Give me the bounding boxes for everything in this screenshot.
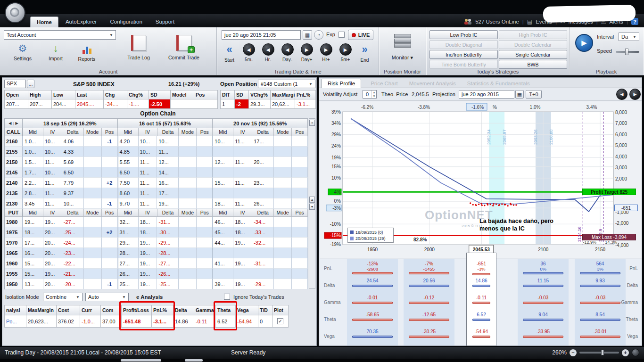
chain-cell[interactable]: 11... [43, 188, 62, 198]
chain-cell[interactable]: -22... [62, 258, 84, 269]
chain-cell[interactable]: 18... [139, 227, 157, 238]
chain-cell[interactable] [292, 269, 308, 279]
chain-cell[interactable]: -1 [102, 279, 118, 289]
chain-cell[interactable]: 2145 [5, 167, 23, 178]
chain-cell[interactable]: -34... [252, 217, 274, 227]
chain-cell[interactable]: 18... [233, 227, 252, 238]
play-button[interactable]: ▶ [575, 34, 593, 52]
chain-cell[interactable]: 27... [118, 258, 139, 269]
chain-cell[interactable] [84, 258, 102, 269]
chain-cell[interactable]: 1975 [5, 227, 23, 238]
chain-cell[interactable] [252, 167, 274, 178]
chain-cell[interactable]: -29... [252, 279, 274, 289]
clock-icon[interactable]: ◔ [314, 30, 323, 40]
chain-cell[interactable] [197, 178, 213, 188]
chain-cell[interactable] [292, 217, 308, 227]
chain-cell[interactable]: 1965 [5, 248, 23, 258]
chain-cell[interactable]: 19... [139, 279, 157, 289]
chain-cell[interactable]: 19... [157, 198, 179, 209]
strategy-high-prob-ic[interactable]: High Prob IC [499, 30, 567, 39]
chain-cell[interactable]: 1.7... [23, 167, 43, 178]
chain-cell[interactable]: 1.0... [23, 147, 43, 157]
chain-cell[interactable] [274, 258, 292, 269]
chain-cell[interactable]: 5.55 [118, 157, 139, 167]
chain-cell[interactable]: 9.37 [62, 188, 84, 198]
chain-cell[interactable] [84, 157, 102, 167]
chain-cell[interactable]: 26... [118, 269, 139, 279]
chain-cell[interactable]: 18... [213, 198, 233, 209]
chain-cell[interactable] [233, 248, 252, 258]
chain-cell[interactable] [179, 198, 197, 209]
chain-cell[interactable]: 29... [118, 238, 139, 248]
tab-home[interactable]: Home [30, 16, 58, 27]
chain-cell[interactable]: 19... [139, 258, 157, 269]
chain-cell[interactable] [274, 178, 292, 188]
expiration-header[interactable]: 18 sep 15 (29) 16.29% [23, 119, 118, 128]
chain-cell[interactable]: 20... [43, 279, 62, 289]
chain-cell[interactable]: -33... [252, 227, 274, 238]
chain-cell[interactable]: 4.33 [62, 147, 84, 157]
chain-cell[interactable]: 4.85 [118, 147, 139, 157]
chain-cell[interactable] [292, 238, 308, 248]
chain-cell[interactable] [274, 238, 292, 248]
tab-configuration[interactable]: Configuration [104, 16, 148, 27]
chain-cell[interactable]: 15... [23, 269, 43, 279]
projection-date-input[interactable]: jue 20 ago 2015 [459, 90, 514, 99]
chain-cell[interactable]: 20... [43, 258, 62, 269]
chain-cell[interactable] [252, 248, 274, 258]
chain-cell[interactable] [274, 198, 292, 209]
projection-calendar-icon[interactable]: ▦ [515, 90, 524, 99]
open-position-select[interactable]: #148 Custom (1▼ [258, 80, 315, 88]
plot-checkbox[interactable]: ✓ [277, 318, 283, 324]
chain-cell[interactable]: 23... [252, 178, 274, 188]
chain-cell[interactable]: 19... [43, 217, 62, 227]
chain-cell[interactable]: 2150 [5, 157, 23, 167]
chain-cell[interactable]: 15... [213, 178, 233, 188]
chain-cell[interactable]: 11... [233, 136, 252, 147]
datetime-input[interactable]: jue 20 ago 2015 21:05 [222, 30, 301, 40]
chain-cell[interactable] [84, 198, 102, 209]
chain-cell[interactable] [179, 238, 197, 248]
chain-cell[interactable]: +2 [102, 227, 118, 238]
chain-cell[interactable]: 16... [23, 248, 43, 258]
strategy-double-diagonal[interactable]: Double Diagonal [429, 40, 498, 49]
tab-statistics-fundamentals[interactable]: Statistics & Fundamentals [465, 79, 532, 88]
chain-cell[interactable] [213, 167, 233, 178]
chain-cell[interactable] [84, 217, 102, 227]
chain-cell[interactable]: 44... [213, 238, 233, 248]
chain-cell[interactable]: 10... [43, 167, 62, 178]
chain-cell[interactable]: -28... [157, 248, 179, 258]
chain-cell[interactable] [274, 157, 292, 167]
chain-cell[interactable] [197, 157, 213, 167]
tab-risk-profile[interactable]: Risk Profile [322, 79, 361, 88]
chain-cell[interactable]: 39... [213, 279, 233, 289]
chain-cell[interactable]: -21... [62, 269, 84, 279]
chain-cell[interactable] [179, 248, 197, 258]
chain-cell[interactable] [179, 217, 197, 227]
chain-cell[interactable]: 28... [118, 248, 139, 258]
nav-hrminus-button[interactable]: ◀Hr- [258, 43, 278, 62]
chain-cell[interactable] [102, 258, 118, 269]
chain-cell[interactable] [84, 248, 102, 258]
next-date-button[interactable]: ▶ [629, 89, 641, 100]
chain-cell[interactable]: 2140 [5, 178, 23, 188]
chain-cell[interactable]: 11... [139, 198, 157, 209]
chain-cell[interactable]: 20... [43, 227, 62, 238]
chain-cell[interactable]: 5.69 [62, 157, 84, 167]
chain-cell[interactable]: 11... [139, 188, 157, 198]
chain-cell[interactable]: 10... [139, 147, 157, 157]
chain-cell[interactable] [197, 136, 213, 147]
symbol-browse-button[interactable]: ... [27, 80, 34, 88]
chain-cell[interactable]: 31... [118, 227, 139, 238]
chain-cell[interactable] [252, 188, 274, 198]
chain-cell[interactable] [179, 157, 197, 167]
chain-cell[interactable] [197, 238, 213, 248]
chain-cell[interactable] [84, 188, 102, 198]
chain-cell[interactable]: 11... [139, 157, 157, 167]
chain-cell[interactable] [179, 167, 197, 178]
chain-cell[interactable]: 46... [213, 217, 233, 227]
chain-cell[interactable] [179, 136, 197, 147]
chain-cell[interactable]: +2 [102, 178, 118, 188]
chain-cell[interactable]: -31... [157, 217, 179, 227]
chain-cell[interactable] [197, 227, 213, 238]
